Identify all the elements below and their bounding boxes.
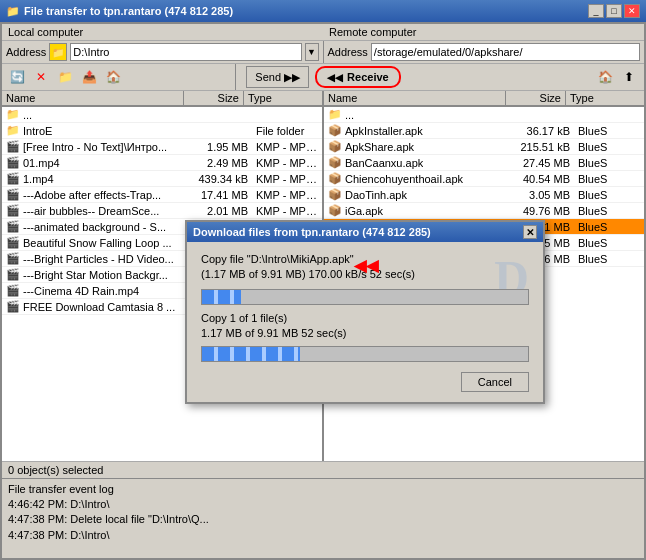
file-size: 215.51 kB (514, 140, 574, 154)
progress-bar-2 (201, 346, 529, 362)
refresh-button[interactable]: 🔄 (6, 66, 28, 88)
event-log-title: File transfer event log (8, 483, 638, 495)
dialog-close-button[interactable]: ✕ (523, 225, 537, 239)
right-col-size[interactable]: Size (506, 91, 566, 105)
copy-count-label: Copy 1 of 1 file(s) (201, 311, 529, 326)
file-name: 📁... (2, 107, 192, 122)
copy-size-label: 1.17 MB of 9.91 MB 52 sec(s) (201, 326, 529, 341)
right-file-row[interactable]: 📦ChiencohuyenthoaiI.apk 40.54 MB BlueS (324, 171, 644, 187)
file-name: 📁... (324, 107, 514, 122)
file-name: 🎬---animated background - S... (2, 219, 192, 234)
file-type (574, 114, 644, 116)
cancel-button[interactable]: Cancel (461, 372, 529, 392)
file-name: 📁IntroE (2, 123, 192, 138)
file-size: 2.01 MB (192, 204, 252, 218)
file-size: 40.54 MB (514, 172, 574, 186)
left-col-size[interactable]: Size (184, 91, 244, 105)
remote-label: Remote computer (323, 24, 644, 40)
progress-bar-1 (201, 289, 529, 305)
window-controls: _ □ ✕ (588, 4, 640, 18)
left-folder-icon: 📁 (49, 43, 67, 61)
left-file-row[interactable]: 📁IntroE File folder (2, 123, 322, 139)
left-file-row[interactable]: 🎬[Free Intro - No Text]\Интро... 1.95 MB… (2, 139, 322, 155)
file-size (192, 130, 252, 132)
right-col-type[interactable]: Type (566, 91, 636, 105)
dialog-copy-info: Copy 1 of 1 file(s) 1.17 MB of 9.91 MB 5… (201, 311, 529, 342)
right-address-input[interactable] (371, 43, 640, 61)
right-file-row[interactable]: 📦DaoTinh.apk 3.05 MB BlueS (324, 187, 644, 203)
file-name: 🎬---Bright Star Motion Backgr... (2, 267, 192, 282)
home-button-right[interactable]: 🏠 (594, 66, 616, 88)
left-col-name[interactable]: Name (2, 91, 184, 105)
progress-bar-1-fill (202, 290, 241, 304)
file-name: 🎬FREE Download Camtasia 8 ... (2, 299, 192, 314)
left-address-input[interactable] (70, 43, 301, 61)
left-file-header: Name Size Type (2, 91, 322, 107)
file-name: 🎬---Cinema 4D Rain.mp4 (2, 283, 192, 298)
file-type: KMP - MP4 Audi... (252, 140, 322, 154)
right-file-row[interactable]: 📦ApkShare.apk 215.51 kB BlueS (324, 139, 644, 155)
receive-button[interactable]: ◀◀ Receive (315, 66, 401, 88)
right-col-name[interactable]: Name (324, 91, 506, 105)
file-size (514, 114, 574, 116)
event-log: File transfer event log 4:46:42 PM: D:\I… (2, 478, 644, 558)
file-type: KMP - MP4 Audi... (252, 204, 322, 218)
maximize-button[interactable]: □ (606, 4, 622, 18)
file-type: BlueS (574, 252, 644, 266)
transfer-arrow-indicator: ◀◀ (354, 256, 378, 275)
delete-button[interactable]: ✕ (30, 66, 52, 88)
new-folder-button[interactable]: 📁 (54, 66, 76, 88)
file-name: 🎬---air bubbles-- DreamSce... (2, 203, 192, 218)
local-label: Local computer (2, 24, 323, 40)
dialog-title: Download files from tpn.rantaro (474 812… (193, 226, 431, 238)
left-address-label: Address (6, 46, 46, 58)
file-type: BlueS (574, 236, 644, 250)
left-file-row[interactable]: 🎬---Adobe after effects-Trap... 17.41 MB… (2, 187, 322, 203)
right-file-row[interactable]: 📁... (324, 107, 644, 123)
file-size (192, 114, 252, 116)
right-file-row[interactable]: 📦BanCaanxu.apk 27.45 MB BlueS (324, 155, 644, 171)
file-name: 🎬01.mp4 (2, 155, 192, 170)
left-file-row[interactable]: 🎬---air bubbles-- DreamSce... 2.01 MB KM… (2, 203, 322, 219)
minimize-button[interactable]: _ (588, 4, 604, 18)
file-type: BlueS (574, 188, 644, 202)
event-log-entry: 4:47:38 PM: D:\Intro\ (8, 528, 638, 543)
left-col-type[interactable]: Type (244, 91, 314, 105)
file-type (252, 114, 322, 116)
status-bar: 0 object(s) selected (2, 461, 644, 478)
status-text: 0 object(s) selected (8, 464, 103, 476)
left-address-dropdown[interactable]: ▼ (305, 43, 319, 61)
left-file-row[interactable]: 🎬01.mp4 2.49 MB KMP - MP4 Audi... (2, 155, 322, 171)
file-type: BlueS (574, 220, 644, 234)
file-name: 🎬1.mp4 (2, 171, 192, 186)
file-name: 📦ApkInstaller.apk (324, 123, 514, 138)
file-type: BlueS (574, 204, 644, 218)
file-size: 27.45 MB (514, 156, 574, 170)
home-button-left[interactable]: 🏠 (102, 66, 124, 88)
right-address-label: Address (328, 46, 368, 58)
left-file-row[interactable]: 🎬1.mp4 439.34 kB KMP - MP4 Audi... (2, 171, 322, 187)
file-name: 🎬---Bright Particles - HD Video... (2, 251, 192, 266)
right-file-row[interactable]: 📦ApkInstaller.apk 36.17 kB BlueS (324, 123, 644, 139)
file-type: KMP - MP4 Audi... (252, 188, 322, 202)
close-button[interactable]: ✕ (624, 4, 640, 18)
right-file-row[interactable]: 📦iGa.apk 49.76 MB BlueS (324, 203, 644, 219)
file-type: BlueS (574, 172, 644, 186)
file-type: KMP - MP4 Audi... (252, 172, 322, 186)
send-button[interactable]: Send ▶▶ (246, 66, 309, 88)
file-name: 🎬[Free Intro - No Text]\Интро... (2, 139, 192, 154)
file-name: 📦ChiencohuyenthoaiI.apk (324, 171, 514, 186)
event-log-entry: 4:46:42 PM: D:\Intro\ (8, 497, 638, 512)
file-size: 36.17 kB (514, 124, 574, 138)
file-name: 📦iGa.apk (324, 203, 514, 218)
file-type: KMP - MP4 Audi... (252, 156, 322, 170)
left-file-row[interactable]: 📁... (2, 107, 322, 123)
upload-button[interactable]: 📤 (78, 66, 100, 88)
window-icon: 📁 (6, 5, 20, 18)
progress-bar-2-fill (202, 347, 300, 361)
up-button-right[interactable]: ⬆ (618, 66, 640, 88)
download-dialog[interactable]: Download files from tpn.rantaro (474 812… (185, 220, 545, 404)
file-type: File folder (252, 124, 322, 138)
event-log-content: 4:46:42 PM: D:\Intro\4:47:38 PM: Delete … (8, 497, 638, 543)
receive-label: Receive (347, 71, 389, 83)
